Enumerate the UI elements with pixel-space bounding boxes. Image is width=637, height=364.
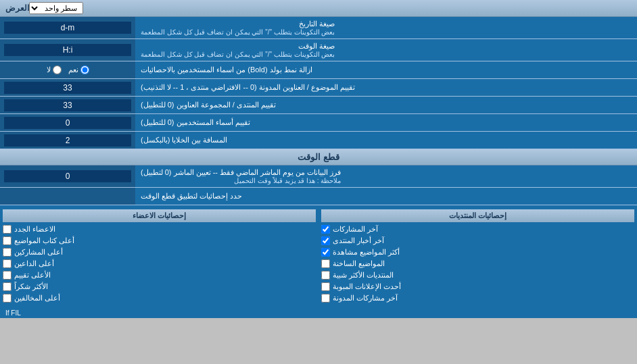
- time-filter-row: فرز البيانات من يوم الماشر الماضي فقط --…: [0, 165, 637, 188]
- posts-checkbox-0[interactable]: [321, 225, 330, 234]
- bold-remove-label: ازالة نمط بولد (Bold) من اسماء المستخدمي…: [135, 61, 637, 78]
- display-dropdown[interactable]: سطر واحدسطرينثلاثة أسطر: [29, 2, 83, 14]
- forum-order-input-container: [0, 97, 135, 113]
- members-checkbox-6[interactable]: [3, 294, 11, 303]
- stats-members-item-3: أعلى الداعين: [3, 258, 316, 269]
- stats-members-item-6: أعلى المخالفين: [3, 292, 316, 304]
- posts-checkbox-6[interactable]: [321, 294, 330, 303]
- bold-remove-radio-container: نعم لا: [0, 61, 135, 78]
- stats-members-item-0: الاعضاء الجدد: [3, 224, 316, 235]
- bold-remove-row: ازالة نمط بولد (Bold) من اسماء المستخدمي…: [0, 61, 637, 79]
- cells-spacing-label: المسافة بين الخلايا (بالبكسل): [135, 132, 637, 149]
- stats-members-item-1: أعلى كتاب المواضيع: [3, 235, 316, 246]
- bold-no-label[interactable]: لا: [47, 66, 62, 74]
- stats-columns: إحصائيات الاعضاء الاعضاء الجدد أعلى كتاب…: [0, 208, 637, 305]
- forum-order-input[interactable]: [4, 99, 131, 111]
- forum-order-label: تقييم المنتدى / المجموعة العناوين (0 للت…: [135, 97, 637, 113]
- time-filter-input-container: [0, 165, 135, 187]
- time-format-input-container: [0, 39, 135, 61]
- stats-posts-item-0: آخر المشاركات: [321, 224, 634, 235]
- bold-no-radio[interactable]: [53, 66, 62, 74]
- stats-posts-item-3: المواضيع الساخنة: [321, 258, 634, 269]
- users-order-row: تقييم أسماء المستخدمين (0 للتطبيل): [0, 114, 637, 132]
- posts-checkbox-1[interactable]: [321, 236, 330, 245]
- time-section-header: قطع الوقت: [0, 149, 637, 165]
- date-format-input[interactable]: [4, 22, 131, 34]
- members-checkbox-3[interactable]: [3, 259, 11, 268]
- bold-yes-radio[interactable]: [80, 66, 89, 74]
- main-container: سطر واحدسطرينثلاثة أسطر العرض صيغة التار…: [0, 0, 637, 318]
- stats-limit-label: حدد إحصائيات لتطبيق قطع الوقت: [135, 188, 637, 205]
- topic-order-row: تقييم الموضوع / العناوين المدونة (0 -- ا…: [0, 79, 637, 97]
- time-filter-input[interactable]: [4, 170, 131, 182]
- date-format-label: صيغة التاريخ بعض التكوينات يتطلب "/" الت…: [135, 17, 637, 38]
- members-checkbox-0[interactable]: [3, 225, 11, 234]
- stats-posts-item-1: آخر أخبار المنتدى: [321, 235, 634, 246]
- users-order-label: تقييم أسماء المستخدمين (0 للتطبيل): [135, 114, 637, 131]
- cells-spacing-input[interactable]: [4, 134, 131, 147]
- stats-posts-item-2: أكثر المواضيع مشاهدة: [321, 246, 634, 258]
- time-format-row: صيغة الوقت بعض التكوينات يتطلب "/" التي …: [0, 39, 637, 61]
- posts-checkbox-3[interactable]: [321, 259, 330, 268]
- footer-text-row: If FIL: [0, 308, 637, 318]
- time-format-label: صيغة الوقت بعض التكوينات يتطلب "/" التي …: [135, 39, 637, 61]
- topic-order-input-container: [0, 79, 135, 96]
- stats-limit-row: حدد إحصائيات لتطبيق قطع الوقت: [0, 188, 637, 205]
- stats-section: إحصائيات الاعضاء الاعضاء الجدد أعلى كتاب…: [0, 205, 637, 308]
- members-checkbox-4[interactable]: [3, 271, 11, 280]
- footer-text: If FIL: [5, 309, 21, 317]
- time-filter-label: فرز البيانات من يوم الماشر الماضي فقط --…: [135, 165, 637, 187]
- header-row: سطر واحدسطرينثلاثة أسطر العرض: [0, 0, 637, 17]
- stats-limit-empty: [0, 188, 135, 205]
- cells-spacing-row: المسافة بين الخلايا (بالبكسل): [0, 132, 637, 149]
- users-order-input-container: [0, 114, 135, 131]
- date-format-row: صيغة التاريخ بعض التكوينات يتطلب "/" الت…: [0, 17, 637, 39]
- time-format-input[interactable]: [4, 44, 131, 56]
- cells-spacing-input-container: [0, 132, 135, 149]
- stats-posts-item-6: آخر مشاركات المدونة: [321, 292, 634, 304]
- stats-posts-item-5: أحدث الإعلانات المبوبة: [321, 281, 634, 292]
- stats-members-item-4: الأعلى تقييم: [3, 269, 316, 281]
- posts-stats-header: إحصائيات المنتديات: [321, 209, 634, 222]
- members-checkbox-2[interactable]: [3, 248, 11, 257]
- date-format-input-container: [0, 17, 135, 38]
- forum-order-row: تقييم المنتدى / المجموعة العناوين (0 للت…: [0, 97, 637, 114]
- stats-members-item-2: أعلى المشاركين: [3, 246, 316, 258]
- posts-checkbox-5[interactable]: [321, 282, 330, 291]
- bold-yes-label[interactable]: نعم: [68, 66, 89, 74]
- members-checkbox-5[interactable]: [3, 282, 11, 291]
- stats-members-item-5: الأكثر شكراً: [3, 281, 316, 292]
- posts-stats-col: إحصائيات المنتديات آخر المشاركات آخر أخب…: [318, 208, 637, 305]
- header-title: العرض: [5, 3, 29, 13]
- posts-checkbox-2[interactable]: [321, 248, 330, 257]
- members-stats-header: إحصائيات الاعضاء: [3, 209, 316, 222]
- users-order-input[interactable]: [4, 117, 131, 129]
- topic-order-label: تقييم الموضوع / العناوين المدونة (0 -- ا…: [135, 79, 637, 96]
- posts-checkbox-4[interactable]: [321, 271, 330, 280]
- topic-order-input[interactable]: [4, 82, 131, 94]
- members-stats-col: إحصائيات الاعضاء الاعضاء الجدد أعلى كتاب…: [0, 208, 318, 305]
- stats-posts-item-4: المنتديات الأكثر شبية: [321, 269, 634, 281]
- members-checkbox-1[interactable]: [3, 236, 11, 245]
